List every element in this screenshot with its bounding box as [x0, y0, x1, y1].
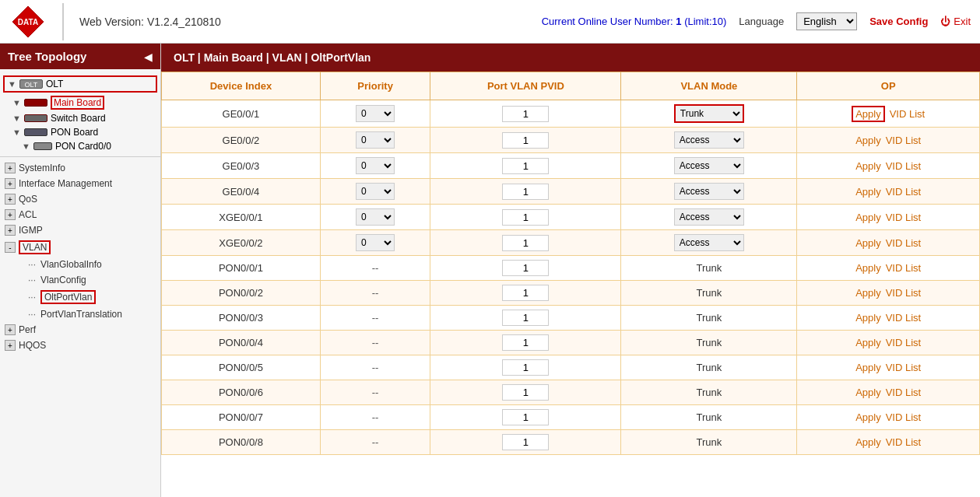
cell-vlan-mode[interactable]: TrunkAccess — [621, 230, 797, 256]
cell-op[interactable]: ApplyVID List — [797, 405, 980, 430]
priority-select[interactable]: 01234567 — [356, 183, 395, 200]
cell-pvid[interactable] — [430, 205, 621, 230]
cell-op[interactable]: ApplyVID List — [797, 205, 980, 230]
acl-expand-icon[interactable]: + — [5, 209, 16, 220]
apply-link[interactable]: Apply — [855, 212, 881, 223]
apply-link[interactable]: Apply — [855, 337, 881, 348]
nav-item-qos[interactable]: + QoS — [0, 191, 160, 207]
cell-vlan-mode[interactable]: TrunkAccess — [621, 128, 797, 153]
pvid-input[interactable] — [502, 235, 549, 251]
tree-item-olt[interactable]: ▼ OLT OLT — [3, 75, 157, 93]
cell-vlan-mode[interactable]: TrunkAccess — [621, 205, 797, 230]
cell-op[interactable]: ApplyVID List — [797, 230, 980, 256]
vlan-mode-select[interactable]: TrunkAccess — [674, 131, 744, 149]
cell-op[interactable]: ApplyVID List — [797, 281, 980, 306]
tree-item-switch-board[interactable]: ▼ Switch Board — [0, 111, 160, 125]
sidebar-toggle-button[interactable]: ◀ — [144, 51, 153, 63]
cell-priority[interactable]: 01234567 — [320, 153, 430, 179]
vid-list-link[interactable]: VID List — [886, 287, 922, 299]
cell-op[interactable]: ApplyVID List — [797, 430, 980, 455]
apply-link[interactable]: Apply — [855, 160, 881, 172]
nav-item-acl[interactable]: + ACL — [0, 207, 160, 222]
cell-vlan-mode[interactable]: TrunkAccess — [621, 179, 797, 205]
nav-item-interface-mgmt[interactable]: + Interface Management — [0, 176, 160, 191]
pvid-input[interactable] — [502, 132, 549, 149]
vid-list-link[interactable]: VID List — [886, 212, 922, 223]
nav-item-hqos[interactable]: + HQOS — [0, 338, 160, 353]
vid-list-link[interactable]: VID List — [886, 337, 922, 348]
apply-link[interactable]: Apply — [855, 135, 881, 146]
perf-expand-icon[interactable]: + — [5, 324, 16, 335]
language-select[interactable]: English Chinese — [796, 12, 857, 30]
cell-op[interactable]: ApplyVID List — [797, 179, 980, 205]
vlan-mode-select[interactable]: TrunkAccess — [674, 208, 744, 226]
apply-link[interactable]: Apply — [855, 436, 881, 448]
vid-list-link[interactable]: VID List — [886, 237, 922, 249]
cell-op[interactable]: ApplyVID List — [797, 306, 980, 331]
pvid-input[interactable] — [502, 209, 549, 226]
nav-item-perf[interactable]: + Perf — [0, 322, 160, 338]
cell-vlan-mode[interactable]: TrunkAccess — [621, 100, 797, 128]
cell-pvid[interactable] — [430, 281, 621, 306]
apply-link[interactable]: Apply — [855, 411, 881, 423]
pvid-input[interactable] — [502, 184, 549, 200]
cell-pvid[interactable] — [430, 355, 621, 380]
vid-list-link[interactable]: VID List — [886, 411, 922, 423]
pvid-input[interactable] — [502, 434, 549, 450]
qos-expand-icon[interactable]: + — [5, 194, 16, 205]
vid-list-link[interactable]: VID List — [886, 362, 922, 373]
nav-item-port-vlan-translation[interactable]: ··· PortVlanTranslation — [0, 306, 160, 322]
cell-pvid[interactable] — [430, 128, 621, 153]
cell-pvid[interactable] — [430, 153, 621, 179]
cell-op[interactable]: ApplyVID List — [797, 355, 980, 380]
cell-pvid[interactable] — [430, 331, 621, 355]
pvid-input[interactable] — [502, 359, 549, 376]
cell-op[interactable]: ApplyVID List — [797, 331, 980, 355]
vid-list-link[interactable]: VID List — [886, 262, 922, 274]
vid-list-link[interactable]: VID List — [890, 108, 926, 120]
cell-op[interactable]: ApplyVID List — [797, 100, 980, 128]
cell-pvid[interactable] — [430, 230, 621, 256]
vlan-mode-select[interactable]: TrunkAccess — [674, 104, 744, 123]
save-config-button[interactable]: Save Config — [869, 16, 928, 27]
apply-link[interactable]: Apply — [855, 362, 881, 373]
cell-op[interactable]: ApplyVID List — [797, 128, 980, 153]
vid-list-link[interactable]: VID List — [886, 160, 922, 172]
vlan-mode-select[interactable]: TrunkAccess — [674, 157, 744, 174]
nav-item-olt-port-vlan[interactable]: ··· OltPortVlan — [0, 288, 160, 306]
vid-list-link[interactable]: VID List — [886, 387, 922, 398]
apply-link[interactable]: Apply — [852, 106, 885, 122]
cell-priority[interactable]: 01234567 — [320, 230, 430, 256]
pvid-input[interactable] — [502, 384, 549, 401]
pvid-input[interactable] — [502, 334, 549, 351]
nav-item-vlan-config[interactable]: ··· VlanConfig — [0, 272, 160, 288]
cell-priority[interactable]: 01234567 — [320, 205, 430, 230]
priority-select[interactable]: 01234567 — [356, 208, 395, 226]
cell-priority[interactable]: 01234567 — [320, 179, 430, 205]
cell-pvid[interactable] — [430, 405, 621, 430]
vlan-expand-icon[interactable]: - — [5, 242, 16, 253]
vid-list-link[interactable]: VID List — [886, 312, 922, 324]
exit-button[interactable]: ⏻ Exit — [940, 16, 971, 27]
priority-select[interactable]: 01234567 — [356, 157, 395, 174]
vid-list-link[interactable]: VID List — [886, 135, 922, 146]
cell-pvid[interactable] — [430, 256, 621, 281]
pvid-input[interactable] — [502, 158, 549, 174]
cell-op[interactable]: ApplyVID List — [797, 380, 980, 405]
interface-mgmt-expand-icon[interactable]: + — [5, 178, 16, 189]
tree-item-main-board[interactable]: ▼ Main Board — [0, 94, 160, 111]
priority-select[interactable]: 01234567 — [356, 234, 395, 251]
apply-link[interactable]: Apply — [855, 312, 881, 324]
tree-item-pon-board[interactable]: ▼ PON Board — [0, 125, 160, 139]
nav-item-vlan-global[interactable]: ··· VlanGlobalInfo — [0, 257, 160, 272]
cell-pvid[interactable] — [430, 179, 621, 205]
systeminfo-expand-icon[interactable]: + — [5, 163, 16, 173]
hqos-expand-icon[interactable]: + — [5, 340, 16, 351]
apply-link[interactable]: Apply — [855, 186, 881, 198]
pvid-input[interactable] — [502, 310, 549, 326]
apply-link[interactable]: Apply — [855, 287, 881, 299]
vlan-mode-select[interactable]: TrunkAccess — [674, 183, 744, 200]
priority-select[interactable]: 01234567 — [356, 105, 395, 122]
cell-pvid[interactable] — [430, 306, 621, 331]
pvid-input[interactable] — [502, 106, 549, 122]
